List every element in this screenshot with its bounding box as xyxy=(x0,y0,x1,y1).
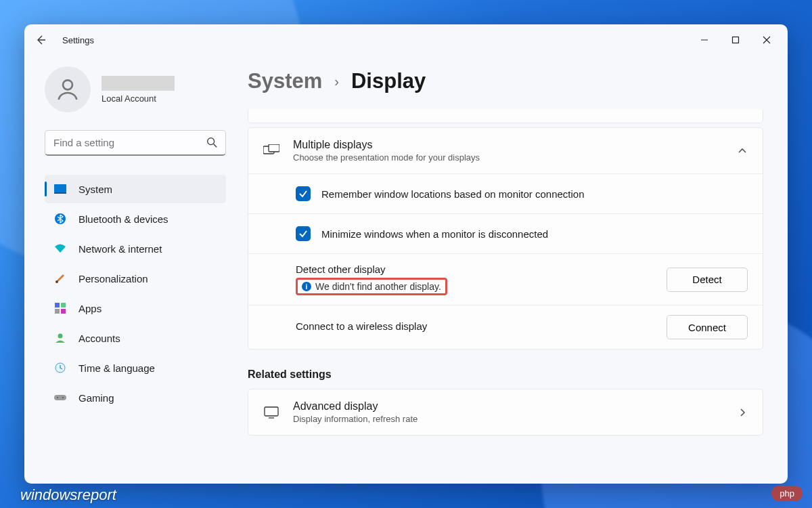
minimize-checkbox[interactable] xyxy=(296,226,311,241)
multiple-displays-card: Multiple displays Choose the presentatio… xyxy=(248,127,763,350)
remember-checkbox[interactable] xyxy=(296,186,311,201)
detect-message-highlight: i We didn't find another display. xyxy=(296,278,447,295)
minimize-icon xyxy=(700,36,708,44)
detect-row: Detect other display i We didn't find an… xyxy=(248,253,763,305)
titlebar: Settings xyxy=(24,24,788,56)
svg-point-11 xyxy=(58,334,63,339)
multiple-displays-header[interactable]: Multiple displays Choose the presentatio… xyxy=(248,128,763,173)
nav-label: Apps xyxy=(78,303,102,314)
nav-item-accounts[interactable]: Accounts xyxy=(45,324,226,352)
check-icon xyxy=(298,189,308,198)
minimize-button[interactable] xyxy=(689,28,720,51)
nav-label: System xyxy=(78,184,112,195)
brush-icon xyxy=(54,272,66,284)
nav-item-apps[interactable]: Apps xyxy=(45,294,226,322)
svg-rect-17 xyxy=(269,144,279,152)
breadcrumb-current: Display xyxy=(351,69,426,93)
svg-point-2 xyxy=(208,138,215,145)
svg-point-15 xyxy=(62,397,64,398)
watermark-left: windowsreport xyxy=(20,486,116,504)
nav-item-personalization[interactable]: Personalization xyxy=(45,264,226,293)
svg-rect-10 xyxy=(61,309,66,314)
check-icon xyxy=(298,229,308,238)
avatar xyxy=(45,66,91,112)
nav-item-time[interactable]: Time & language xyxy=(45,354,226,382)
sidebar: Local Account System Bluetooth & devices xyxy=(24,56,248,484)
card-title: Multiple displays xyxy=(293,139,723,151)
gamepad-icon xyxy=(54,391,66,404)
person-icon xyxy=(54,76,81,103)
connect-row: Connect to a wireless display Connect xyxy=(248,305,763,349)
settings-window: Settings Local Account xyxy=(24,24,788,484)
svg-point-14 xyxy=(57,397,58,398)
breadcrumb-parent[interactable]: System xyxy=(248,69,322,93)
info-icon: i xyxy=(302,282,311,291)
svg-rect-18 xyxy=(265,407,278,416)
detect-title: Detect other display xyxy=(296,263,667,275)
nav-label: Time & language xyxy=(78,362,155,374)
nav-label: Network & internet xyxy=(78,243,162,255)
maximize-icon xyxy=(731,36,740,44)
related-heading: Related settings xyxy=(248,368,763,381)
bluetooth-icon xyxy=(54,213,66,225)
search-input[interactable] xyxy=(45,130,226,156)
account-type: Local Account xyxy=(102,93,175,104)
advanced-display-card[interactable]: Advanced display Display information, re… xyxy=(248,389,763,436)
apps-icon xyxy=(54,302,66,314)
nav-list: System Bluetooth & devices Network & int… xyxy=(45,175,226,412)
nav-label: Accounts xyxy=(78,333,120,344)
minimize-label: Minimize windows when a monitor is disco… xyxy=(321,228,748,240)
close-button[interactable] xyxy=(751,28,782,51)
monitor-icon xyxy=(263,404,279,421)
connect-title: Connect to a wireless display xyxy=(296,320,667,332)
wifi-icon xyxy=(54,242,66,255)
watermark-right: php xyxy=(771,486,803,501)
card-subtitle: Choose the presentation mode for your di… xyxy=(293,152,723,163)
svg-point-1 xyxy=(63,80,72,89)
remember-label: Remember window locations based on monit… xyxy=(321,188,748,200)
nav-label: Bluetooth & devices xyxy=(78,213,168,225)
clock-icon xyxy=(54,362,66,374)
chevron-right-icon xyxy=(737,407,748,418)
advanced-title: Advanced display xyxy=(293,400,723,412)
detect-button[interactable]: Detect xyxy=(667,268,748,292)
accounts-icon xyxy=(54,332,66,344)
detect-message: We didn't find another display. xyxy=(315,281,441,292)
svg-rect-8 xyxy=(61,303,66,308)
svg-point-6 xyxy=(55,280,58,283)
search-wrap xyxy=(45,130,226,156)
chevron-up-icon xyxy=(737,146,748,156)
nav-item-gaming[interactable]: Gaming xyxy=(45,383,226,412)
svg-rect-13 xyxy=(54,395,66,400)
maximize-button[interactable] xyxy=(720,28,751,51)
svg-rect-4 xyxy=(54,192,66,194)
close-icon xyxy=(763,36,771,44)
app-title: Settings xyxy=(62,35,94,45)
displays-icon xyxy=(263,143,279,159)
system-icon xyxy=(54,183,66,195)
svg-rect-9 xyxy=(55,309,60,314)
breadcrumb: System › Display xyxy=(248,69,763,93)
remember-row[interactable]: Remember window locations based on monit… xyxy=(248,173,763,213)
arrow-left-icon xyxy=(35,35,46,45)
main-content: System › Display Multiple displays Choos… xyxy=(248,56,788,484)
profile-block[interactable]: Local Account xyxy=(45,60,248,112)
connect-button[interactable]: Connect xyxy=(667,315,748,339)
nav-item-bluetooth[interactable]: Bluetooth & devices xyxy=(45,205,226,233)
username-redacted xyxy=(102,76,175,91)
svg-rect-3 xyxy=(54,184,66,192)
minimize-row[interactable]: Minimize windows when a monitor is disco… xyxy=(248,213,763,253)
nav-item-network[interactable]: Network & internet xyxy=(45,234,226,263)
prev-card-bottom xyxy=(248,110,763,123)
nav-label: Personalization xyxy=(78,273,148,284)
advanced-sub: Display information, refresh rate xyxy=(293,414,723,424)
nav-item-system[interactable]: System xyxy=(45,175,226,203)
chevron-right-icon: › xyxy=(334,74,339,89)
search-icon xyxy=(206,136,218,148)
svg-rect-0 xyxy=(733,37,739,43)
nav-label: Gaming xyxy=(78,392,114,404)
back-button[interactable] xyxy=(34,33,47,47)
svg-rect-7 xyxy=(55,303,60,308)
